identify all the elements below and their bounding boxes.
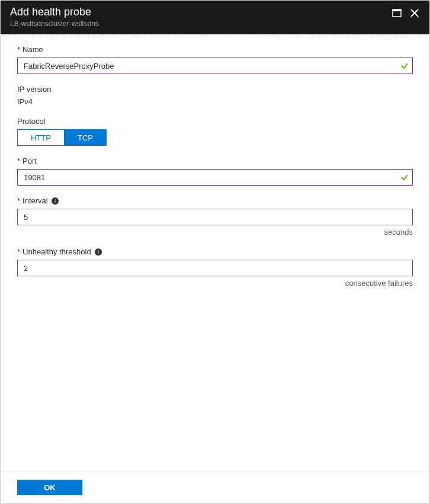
protocol-label-text: Protocol <box>17 117 46 126</box>
maximize-icon[interactable] <box>392 8 402 18</box>
required-marker: * <box>17 157 20 165</box>
threshold-input[interactable] <box>17 260 413 276</box>
protocol-field-group: Protocol HTTP TCP <box>17 117 413 146</box>
port-label: * Port <box>17 157 413 165</box>
required-marker: * <box>17 196 20 205</box>
threshold-field-group: * Unhealthy threshold i consecutive fail… <box>17 247 413 288</box>
interval-input[interactable] <box>17 209 413 225</box>
port-field-group: * Port <box>17 157 413 186</box>
panel-title: Add health probe <box>10 5 99 19</box>
name-field-group: * Name <box>17 45 413 74</box>
header-actions <box>392 8 420 18</box>
name-input-wrap <box>17 58 413 74</box>
port-input[interactable] <box>17 169 413 186</box>
close-icon[interactable] <box>409 8 420 18</box>
required-marker: * <box>17 247 20 256</box>
checkmark-icon <box>400 173 409 182</box>
ok-button[interactable]: OK <box>17 480 82 495</box>
name-label-text: Name <box>23 45 43 54</box>
info-icon[interactable]: i <box>95 248 102 256</box>
ip-version-field-group: IP version IPv4 <box>17 85 413 106</box>
ip-version-label: IP version <box>17 85 413 94</box>
ip-version-value: IPv4 <box>17 97 413 106</box>
interval-unit: seconds <box>17 228 413 237</box>
protocol-http-button[interactable]: HTTP <box>17 129 64 146</box>
threshold-unit: consecutive failures <box>17 279 413 288</box>
add-health-probe-panel: Add health probe LB-wsltsdnscluster-wslt… <box>0 0 430 504</box>
header-text: Add health probe LB-wsltsdnscluster-wslt… <box>10 5 99 28</box>
threshold-label-text: Unhealthy threshold <box>23 247 91 256</box>
protocol-tcp-button[interactable]: TCP <box>64 129 107 146</box>
interval-field-group: * Interval i seconds <box>17 196 413 237</box>
panel-content: * Name IP version IPv4 Protocol HTTP T <box>1 34 429 471</box>
name-label: * Name <box>17 45 413 54</box>
required-marker: * <box>17 45 20 54</box>
panel-footer: OK <box>1 471 429 503</box>
info-icon[interactable]: i <box>52 197 59 205</box>
panel-subtitle: LB-wsltsdnscluster-wsltsdns <box>10 20 99 28</box>
interval-label: * Interval i <box>17 196 413 205</box>
protocol-toggle: HTTP TCP <box>17 129 413 146</box>
ip-version-label-text: IP version <box>17 85 52 94</box>
checkmark-icon <box>400 61 409 71</box>
name-input[interactable] <box>17 58 413 74</box>
svg-rect-1 <box>393 9 401 11</box>
threshold-label: * Unhealthy threshold i <box>17 247 413 256</box>
port-input-wrap <box>17 169 413 186</box>
protocol-label: Protocol <box>17 117 413 126</box>
panel-header: Add health probe LB-wsltsdnscluster-wslt… <box>1 1 429 34</box>
interval-label-text: Interval <box>23 196 48 205</box>
port-label-text: Port <box>23 157 37 165</box>
